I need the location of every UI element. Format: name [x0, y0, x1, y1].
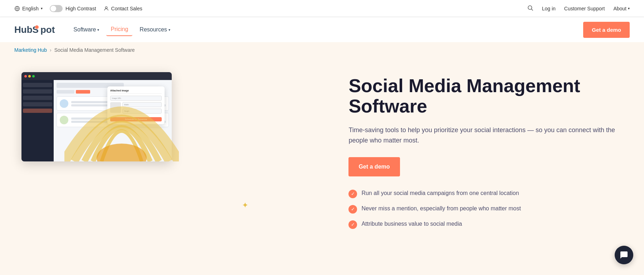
svg-point-7 — [97, 144, 147, 161]
about-menu[interactable]: About ▾ — [613, 6, 630, 11]
ss-max — [32, 75, 35, 78]
top-bar-left: English ▾ High Contrast Contact Sales — [14, 5, 142, 12]
chat-button[interactable] — [615, 246, 633, 264]
ss-sidebar-active — [23, 109, 52, 113]
hero-subtitle: Time-saving tools to help you prioritize… — [348, 125, 623, 146]
language-selector[interactable]: English ▾ — [14, 6, 43, 11]
hero-title: Social Media Management Software — [348, 76, 623, 116]
ss-min — [28, 75, 31, 78]
search-button[interactable] — [527, 5, 533, 12]
logo-orange-dot — [35, 25, 39, 29]
contact-sales-link[interactable]: Contact Sales — [103, 6, 142, 11]
rainbow-decoration — [64, 83, 179, 161]
feature-text-3: Attribute business value to social media — [361, 220, 462, 228]
high-contrast-label: High Contrast — [65, 6, 96, 11]
ss-sidebar-item — [23, 102, 52, 106]
breadcrumb-parent-link[interactable]: Marketing Hub — [14, 47, 47, 53]
svg-point-5 — [528, 6, 532, 10]
main-nav: HubSpot Software ▾ Pricing Resources ▾ G… — [0, 17, 644, 42]
ss-sidebar-item — [23, 89, 52, 94]
ss-close — [24, 75, 27, 78]
software-chevron: ▾ — [97, 28, 99, 32]
breadcrumb: Marketing Hub › Social Media Management … — [0, 42, 644, 58]
hubspot-logo[interactable]: HubSpot — [14, 24, 55, 35]
logo-pot: pot — [40, 24, 55, 35]
about-chevron: ▾ — [628, 6, 630, 10]
contact-sales-label: Contact Sales — [111, 6, 142, 11]
nav-software[interactable]: Software ▾ — [69, 24, 103, 36]
hero-image-column: ✦ — [14, 72, 334, 161]
hero-content: Social Media Management Software Time-sa… — [334, 72, 630, 229]
chat-icon — [620, 251, 628, 259]
top-bar: English ▾ High Contrast Contact Sales Lo… — [0, 0, 644, 17]
logo-dot-container: S — [33, 24, 39, 35]
feature-text-1: Run all your social media campaigns from… — [361, 189, 519, 197]
logo-hub: Hub — [14, 24, 33, 35]
check-icon-2: ✓ — [348, 205, 357, 214]
log-in-link[interactable]: Log in — [542, 6, 556, 11]
customer-support-link[interactable]: Customer Support — [564, 6, 605, 11]
globe-icon — [14, 6, 20, 11]
feature-item-1: ✓ Run all your social media campaigns fr… — [348, 189, 623, 198]
hero-section: ✦ — [0, 58, 644, 275]
feature-item-2: ✓ Never miss a mention, especially from … — [348, 205, 623, 214]
ss-sidebar-item — [23, 83, 52, 87]
svg-point-4 — [105, 6, 107, 8]
ss-sidebar-item — [23, 96, 52, 100]
breadcrumb-current: Social Media Management Software — [54, 47, 135, 53]
breadcrumb-separator: › — [50, 47, 52, 53]
sparkle-decoration-2: ✦ — [242, 201, 248, 210]
get-demo-button-nav[interactable]: Get a demo — [583, 22, 630, 38]
rainbow-svg — [64, 83, 179, 161]
person-icon — [103, 6, 109, 11]
check-icon-1: ✓ — [348, 190, 357, 198]
nav-items: Software ▾ Pricing Resources ▾ — [69, 23, 175, 36]
nav-left: HubSpot Software ▾ Pricing Resources ▾ — [14, 23, 175, 36]
screenshot-topbar — [21, 72, 172, 80]
about-label: About — [613, 6, 626, 11]
top-bar-right: Log in Customer Support About ▾ — [527, 5, 630, 12]
nav-pricing[interactable]: Pricing — [106, 23, 132, 36]
check-icon-3: ✓ — [348, 220, 357, 229]
feature-list: ✓ Run all your social media campaigns fr… — [348, 189, 623, 229]
feature-text-2: Never miss a mention, especially from pe… — [361, 205, 521, 212]
screenshot-sidebar — [21, 80, 54, 161]
feature-item-3: ✓ Attribute business value to social med… — [348, 220, 623, 229]
hero-get-demo-button[interactable]: Get a demo — [348, 157, 400, 176]
svg-line-6 — [531, 9, 533, 10]
resources-chevron: ▾ — [169, 28, 170, 32]
language-label: English — [22, 6, 39, 11]
search-icon — [527, 5, 533, 11]
toggle-switch[interactable] — [50, 5, 63, 12]
nav-resources[interactable]: Resources ▾ — [135, 24, 174, 36]
high-contrast-toggle[interactable]: High Contrast — [50, 5, 96, 12]
language-chevron: ▾ — [41, 6, 43, 10]
